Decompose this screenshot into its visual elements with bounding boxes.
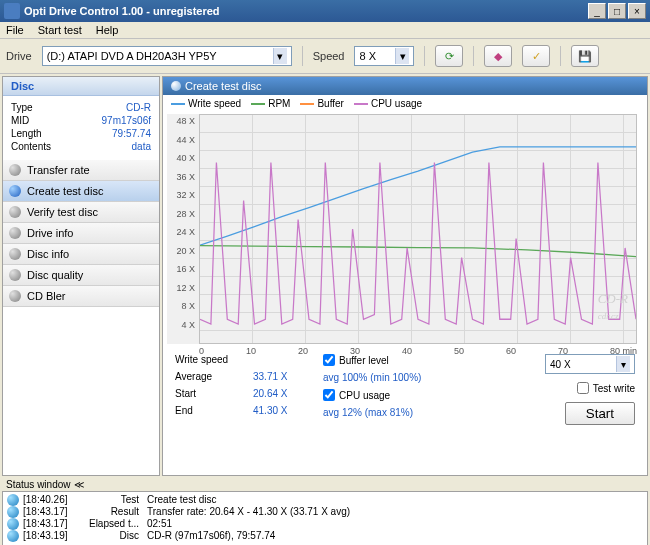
dot-icon (9, 269, 21, 281)
test-write-checkbox[interactable]: Test write (577, 382, 635, 394)
dot-icon (9, 206, 21, 218)
status-log: [18:40.26]TestCreate test disc[18:43.17]… (2, 491, 648, 545)
chevron-down-icon: ▾ (395, 48, 409, 64)
stats-panel: Write speed Average33.71 X Start20.64 X … (163, 346, 647, 429)
plot-area: CD-Rcdr.cz (199, 114, 637, 344)
nav-transfer-rate[interactable]: Transfer rate (3, 160, 159, 181)
disc-info: TypeCD-R MID97m17s06f Length79:57.74 Con… (3, 96, 159, 160)
app-icon (4, 3, 20, 19)
disc-panel-header: Disc (3, 77, 159, 96)
menu-bar: File Start test Help (0, 22, 650, 39)
drive-value: (D:) ATAPI DVD A DH20A3H YP5Y (47, 50, 217, 62)
log-icon (7, 494, 19, 506)
drive-select[interactable]: (D:) ATAPI DVD A DH20A3H YP5Y ▾ (42, 46, 292, 66)
dot-icon (171, 81, 181, 91)
refresh-button[interactable]: ⟳ (435, 45, 463, 67)
status-window-header[interactable]: Status window ≪ (2, 478, 648, 491)
chart-legend: Write speed RPM Buffer CPU usage (163, 95, 647, 112)
speed-select[interactable]: 8 X ▾ (354, 46, 414, 66)
menu-help[interactable]: Help (96, 24, 119, 36)
write-speed-select[interactable]: 40 X▾ (545, 354, 635, 374)
sidebar: Disc TypeCD-R MID97m17s06f Length79:57.7… (2, 76, 160, 476)
log-icon (7, 518, 19, 530)
start-button[interactable]: Start (565, 402, 635, 425)
watermark: CD-Rcdr.cz (598, 291, 628, 323)
title-bar: Opti Drive Control 1.00 - unregistered _… (0, 0, 650, 22)
erase-icon: ◆ (494, 50, 502, 63)
y-axis: 48 X44 X40 X36 X32 X28 X24 X20 X16 X12 X… (167, 114, 199, 344)
erase-button[interactable]: ◆ (484, 45, 512, 67)
window-title: Opti Drive Control 1.00 - unregistered (24, 5, 586, 17)
log-icon (7, 530, 19, 542)
refresh-icon: ⟳ (445, 50, 454, 63)
menu-start-test[interactable]: Start test (38, 24, 82, 36)
nav-list: Transfer rate Create test disc Verify te… (3, 160, 159, 475)
dot-icon (9, 164, 21, 176)
content-panel: Create test disc Write speed RPM Buffer … (162, 76, 648, 476)
options-button[interactable]: ✓ (522, 45, 550, 67)
minimize-button[interactable]: _ (588, 3, 606, 19)
toolbar: Drive (D:) ATAPI DVD A DH20A3H YP5Y ▾ Sp… (0, 39, 650, 74)
save-icon: 💾 (578, 50, 592, 63)
dot-icon (9, 185, 21, 197)
speed-label: Speed (313, 50, 345, 62)
dot-icon (9, 248, 21, 260)
drive-label: Drive (6, 50, 32, 62)
nav-cd-bler[interactable]: CD Bler (3, 286, 159, 307)
maximize-button[interactable]: □ (608, 3, 626, 19)
save-button[interactable]: 💾 (571, 45, 599, 67)
chart: 48 X44 X40 X36 X32 X28 X24 X20 X16 X12 X… (167, 114, 637, 344)
nav-disc-quality[interactable]: Disc quality (3, 265, 159, 286)
nav-disc-info[interactable]: Disc info (3, 244, 159, 265)
dot-icon (9, 227, 21, 239)
nav-verify-test-disc[interactable]: Verify test disc (3, 202, 159, 223)
chevron-down-icon: ▾ (273, 48, 287, 64)
dot-icon (9, 290, 21, 302)
menu-file[interactable]: File (6, 24, 24, 36)
options-icon: ✓ (532, 50, 541, 63)
speed-value: 8 X (359, 50, 376, 62)
nav-create-test-disc[interactable]: Create test disc (3, 181, 159, 202)
chevron-down-icon: ▾ (616, 356, 630, 372)
cpu-checkbox[interactable]: CPU usage (323, 389, 421, 401)
content-header: Create test disc (163, 77, 647, 95)
x-axis: 01020304050607080 min (199, 346, 637, 356)
nav-drive-info[interactable]: Drive info (3, 223, 159, 244)
close-button[interactable]: × (628, 3, 646, 19)
log-icon (7, 506, 19, 518)
collapse-icon: ≪ (74, 479, 84, 490)
